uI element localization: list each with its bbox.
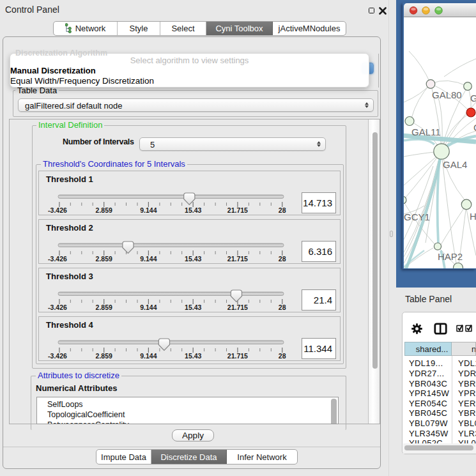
svg-text:2.859: 2.859 [96,206,112,214]
svg-text:GA: GA [470,93,476,104]
svg-text:28: 28 [279,206,286,214]
svg-text:-3.426: -3.426 [48,206,67,214]
svg-text:GAL80: GAL80 [432,89,462,100]
svg-text:9.144: 9.144 [140,352,157,360]
svg-text:28: 28 [279,255,286,263]
svg-text:9.144: 9.144 [140,206,157,214]
svg-text:28: 28 [279,303,286,311]
svg-text:2.859: 2.859 [96,352,112,360]
svg-text:G: G [473,122,476,133]
svg-text:21.715: 21.715 [227,303,248,311]
svg-text:-3.426: -3.426 [48,255,67,263]
svg-text:GAL11: GAL11 [411,127,441,137]
svg-text:21.715: 21.715 [227,206,248,214]
svg-text:2.859: 2.859 [96,255,112,263]
svg-text:2.859: 2.859 [96,303,112,311]
svg-text:21.715: 21.715 [227,255,248,263]
svg-text:-3.426: -3.426 [48,352,67,360]
svg-text:21.715: 21.715 [227,352,248,360]
svg-text:HAP2: HAP2 [438,251,463,262]
svg-text:9.144: 9.144 [140,255,157,263]
svg-text:15.43: 15.43 [185,206,201,214]
svg-text:15.43: 15.43 [185,255,201,263]
svg-text:H: H [470,211,476,222]
svg-text:-3.426: -3.426 [48,303,67,311]
svg-text:9.144: 9.144 [140,303,157,311]
svg-text:28: 28 [279,352,286,360]
svg-text:GCY1: GCY1 [404,211,430,222]
svg-text:15.43: 15.43 [185,303,201,311]
svg-text:15.43: 15.43 [185,352,201,360]
svg-text:GAL4: GAL4 [443,159,467,170]
